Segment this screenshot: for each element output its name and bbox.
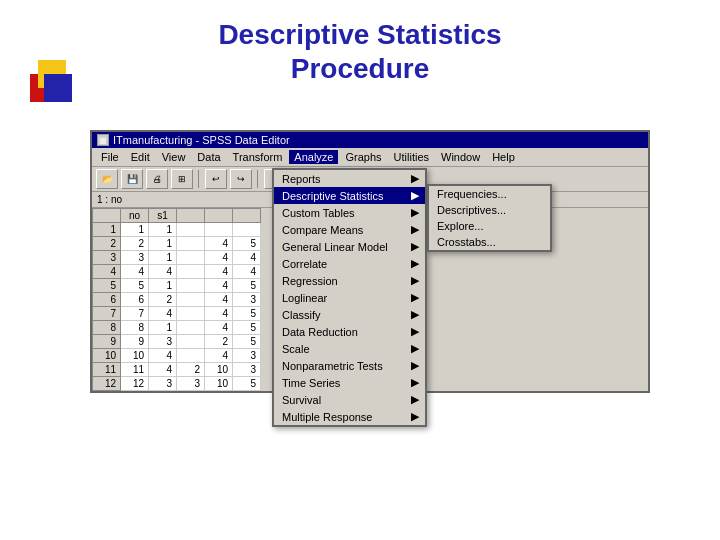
table-cell: 1	[149, 223, 177, 237]
table-cell: 2	[149, 293, 177, 307]
submenu-descriptives[interactable]: Descriptives...	[429, 202, 550, 218]
menu-item-correlate[interactable]: Correlate▶	[274, 255, 425, 272]
table-cell: 4	[205, 321, 233, 335]
table-cell: 4	[93, 265, 121, 279]
menu-utilities[interactable]: Utilities	[389, 150, 434, 164]
menu-item-classify[interactable]: Classify▶	[274, 306, 425, 323]
table-cell	[177, 279, 205, 293]
table-cell: 10	[93, 349, 121, 363]
toolbar-open[interactable]: 📂	[96, 169, 118, 189]
table-cell: 4	[205, 237, 233, 251]
table-cell: 4	[149, 363, 177, 377]
submenu-crosstabs[interactable]: Crosstabs...	[429, 234, 550, 250]
table-row: 33144	[93, 251, 261, 265]
menu-graphs[interactable]: Graphs	[340, 150, 386, 164]
table-cell: 1	[121, 223, 149, 237]
table-cell: 1	[93, 223, 121, 237]
toolbar-dialog[interactable]: ⊞	[171, 169, 193, 189]
submenu-explore[interactable]: Explore...	[429, 218, 550, 234]
table-cell: 4	[233, 251, 261, 265]
table-cell	[177, 307, 205, 321]
table-cell	[177, 349, 205, 363]
table-cell: 1	[149, 321, 177, 335]
menu-file[interactable]: File	[96, 150, 124, 164]
table-cell: 3	[233, 293, 261, 307]
table-cell: 9	[121, 335, 149, 349]
menu-item-scale[interactable]: Scale▶	[274, 340, 425, 357]
col-header-s1: s1	[149, 209, 177, 223]
table-cell: 3	[233, 363, 261, 377]
table-cell	[233, 223, 261, 237]
toolbar-sep2	[257, 170, 259, 188]
table-cell: 2	[177, 363, 205, 377]
menu-item-data-reduction[interactable]: Data Reduction▶	[274, 323, 425, 340]
table-cell: 4	[149, 307, 177, 321]
table-cell	[205, 223, 233, 237]
table-cell: 5	[233, 237, 261, 251]
menu-transform[interactable]: Transform	[228, 150, 288, 164]
table-cell: 3	[177, 377, 205, 391]
menu-item-time-series[interactable]: Time Series▶	[274, 374, 425, 391]
toolbar-sep1	[198, 170, 200, 188]
menu-item-descriptive-statistics[interactable]: Descriptive Statistics▶	[274, 187, 425, 204]
table-row: 88145	[93, 321, 261, 335]
toolbar-print[interactable]: 🖨	[146, 169, 168, 189]
table-row: 55145	[93, 279, 261, 293]
table-cell: 5	[233, 279, 261, 293]
table-row: 111	[93, 223, 261, 237]
data-table: no s1 1112214533144444445514566243774458…	[92, 208, 261, 391]
menu-bar: File Edit View Data Transform Analyze Gr…	[92, 148, 648, 167]
menu-item-loglinear[interactable]: Loglinear▶	[274, 289, 425, 306]
table-row: 77445	[93, 307, 261, 321]
table-cell	[177, 223, 205, 237]
menu-item-custom-tables[interactable]: Custom Tables▶	[274, 204, 425, 221]
col-header-c4	[205, 209, 233, 223]
menu-item-nonparametric-tests[interactable]: Nonparametric Tests▶	[274, 357, 425, 374]
table-cell: 5	[233, 321, 261, 335]
table-cell: 2	[93, 237, 121, 251]
menu-data[interactable]: Data	[192, 150, 225, 164]
table-cell	[177, 237, 205, 251]
menu-item-general-linear-model[interactable]: General Linear Model▶	[274, 238, 425, 255]
table-row: 121233105	[93, 377, 261, 391]
col-header-c3	[177, 209, 205, 223]
table-cell: 4	[149, 349, 177, 363]
table-cell: 4	[121, 265, 149, 279]
submenu-frequencies[interactable]: Frequencies...	[429, 186, 550, 202]
table-cell: 4	[205, 279, 233, 293]
toolbar-save[interactable]: 💾	[121, 169, 143, 189]
table-row: 99325	[93, 335, 261, 349]
table-cell: 3	[149, 377, 177, 391]
menu-item-compare-means[interactable]: Compare Means▶	[274, 221, 425, 238]
table-cell: 4	[205, 293, 233, 307]
table-cell	[177, 265, 205, 279]
menu-help[interactable]: Help	[487, 150, 520, 164]
toolbar-redo[interactable]: ↪	[230, 169, 252, 189]
table-cell: 5	[233, 377, 261, 391]
table-cell: 7	[93, 307, 121, 321]
toolbar-undo[interactable]: ↩	[205, 169, 227, 189]
page-title-area: Descriptive Statistics Procedure	[0, 0, 720, 95]
menu-item-survival[interactable]: Survival▶	[274, 391, 425, 408]
window-icon: ▦	[97, 134, 109, 146]
table-cell	[177, 335, 205, 349]
menu-item-regression[interactable]: Regression▶	[274, 272, 425, 289]
menu-analyze[interactable]: Analyze	[289, 150, 338, 164]
table-cell: 5	[233, 307, 261, 321]
table-cell: 2	[121, 237, 149, 251]
menu-view[interactable]: View	[157, 150, 191, 164]
menu-item-multiple-response[interactable]: Multiple Response▶	[274, 408, 425, 425]
blue-square	[44, 74, 72, 102]
menu-window[interactable]: Window	[436, 150, 485, 164]
table-cell: 4	[205, 307, 233, 321]
table-cell: 12	[121, 377, 149, 391]
menu-item-reports[interactable]: Reports▶	[274, 170, 425, 187]
page-title-line1: Descriptive Statistics	[0, 18, 720, 52]
menu-edit[interactable]: Edit	[126, 150, 155, 164]
table-cell: 2	[205, 335, 233, 349]
table-cell: 4	[205, 265, 233, 279]
table-row: 22145	[93, 237, 261, 251]
table-cell: 11	[121, 363, 149, 377]
table-cell: 10	[205, 363, 233, 377]
table-cell: 4	[205, 349, 233, 363]
